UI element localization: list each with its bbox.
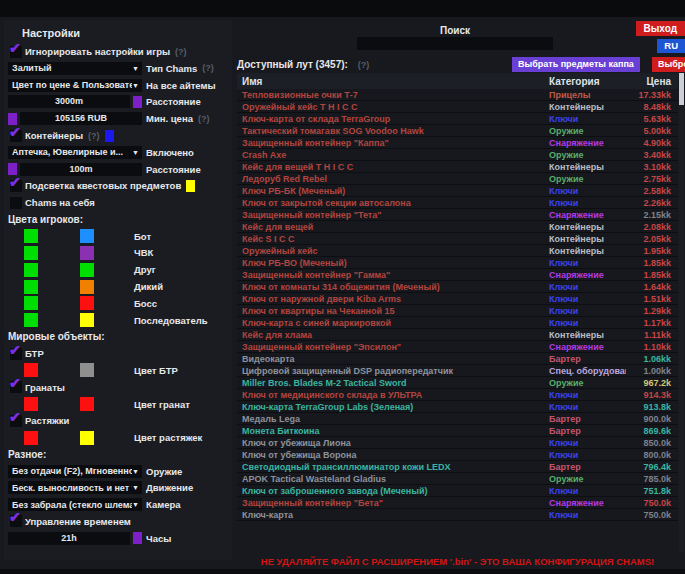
dropdown-select[interactable]: Залитый▼ — [8, 62, 142, 75]
color-swatch[interactable] — [80, 263, 94, 277]
item-price: 17.33kk — [626, 90, 678, 100]
loot-row[interactable]: Ключ от закрытой секции автосалонаКлючи2… — [237, 197, 678, 209]
color-swatch[interactable] — [24, 263, 38, 277]
color-swatch[interactable] — [133, 532, 142, 544]
color-swatch[interactable] — [80, 246, 94, 260]
loot-row[interactable]: Оружейный кейсКонтейнеры1.95kk — [237, 245, 678, 257]
item-name: Оружейный кейс T H I C C — [237, 102, 537, 112]
loot-row[interactable]: Ключ от комнаты 314 общежития (Меченый)К… — [237, 281, 678, 293]
loot-row[interactable]: Ключ от наружной двери Kiba ArmsКлючи1.5… — [237, 293, 678, 305]
loot-row[interactable]: Защищенный контейнер "Бета"Снаряжение750… — [237, 497, 678, 509]
search-label: Поиск — [357, 25, 553, 36]
loot-row[interactable]: Защищенный контейнер "Гамма"Снаряжение1.… — [237, 269, 678, 281]
loot-row[interactable]: Тепловизионные очки Т-7Прицелы17.33kk — [237, 89, 678, 101]
color-swatch[interactable] — [24, 431, 38, 445]
color-swatch[interactable] — [133, 96, 142, 108]
column-header-name[interactable]: Имя — [237, 76, 537, 87]
item-price: 967.2k — [626, 378, 678, 388]
dropdown-select[interactable]: Беск. выносливость и нет уста▼ — [8, 481, 142, 494]
dropdown-select[interactable]: Аптечка, Ювелирные и...▼ — [8, 146, 142, 159]
color-swatch[interactable] — [24, 246, 38, 260]
loot-row[interactable]: Кейс для вещейКонтейнеры2.08kk — [237, 221, 678, 233]
color-swatch[interactable] — [24, 397, 38, 411]
loot-row[interactable]: ВидеокартаБартер1.06kk — [237, 353, 678, 365]
color-swatch[interactable] — [80, 397, 94, 411]
text-input[interactable]: 100m — [20, 163, 142, 176]
setting-row: Цвет по цене & Пользователь▼На все айтем… — [8, 79, 232, 92]
color-swatch[interactable] — [80, 431, 94, 445]
color-swatch[interactable] — [105, 130, 114, 142]
dropdown-select[interactable]: Без забрала (стекло шлема)▼ — [8, 498, 142, 511]
color-swatch[interactable] — [80, 363, 94, 377]
checkbox[interactable]: ✔ — [10, 515, 22, 527]
color-swatch[interactable] — [24, 363, 38, 377]
color-swatch[interactable] — [24, 296, 38, 310]
checkbox[interactable]: ✔ — [10, 348, 22, 360]
checkbox[interactable] — [10, 197, 22, 209]
color-swatch[interactable] — [24, 280, 38, 294]
checkbox[interactable]: ✔ — [10, 381, 22, 393]
loot-row[interactable]: Ключ РБ-ВО (Меченый)Ключи1.85kk — [237, 257, 678, 269]
checkbox[interactable]: ✔ — [10, 180, 22, 192]
loot-row[interactable]: Ключ РБ-БК (Меченый)Ключи2.58kk — [237, 185, 678, 197]
item-price: 750.0k — [626, 498, 678, 508]
search-input[interactable] — [357, 37, 553, 50]
setting-label: Движение — [146, 482, 193, 493]
discard-all-button[interactable]: Выбросить все — [652, 57, 685, 72]
color-swatch[interactable] — [80, 296, 94, 310]
item-name: Ключ-карта от склада TerraGroup — [237, 114, 537, 124]
loot-row[interactable]: Crash AxeОружие3.40kk — [237, 149, 678, 161]
loot-row[interactable]: Защищенный контейнер "Тета"Снаряжение2.1… — [237, 209, 678, 221]
loot-row[interactable]: Оружейный кейс T H I C CКонтейнеры8.48kk — [237, 101, 678, 113]
item-price: 751.8k — [626, 486, 678, 496]
loot-row[interactable]: Кейс для вещей T H I C CКонтейнеры3.10kk — [237, 161, 678, 173]
loot-row[interactable]: Светодиодный трансиллюминатор кожи LEDXБ… — [237, 461, 678, 473]
column-header-category[interactable]: Категория — [537, 76, 626, 87]
loot-row[interactable]: Медаль LegaБартер900.0k — [237, 413, 678, 425]
loot-row[interactable]: Кейс S I C CКонтейнеры2.05kk — [237, 233, 678, 245]
loot-row[interactable]: Ключ от убежища ВоронаКлючи800.0k — [237, 449, 678, 461]
color-swatch[interactable] — [186, 180, 195, 192]
loot-row[interactable]: Ледоруб Red RebelОружие2.75kk — [237, 173, 678, 185]
loot-row[interactable]: Ключ-карта TerraGroup Labs (Зеленая)Ключ… — [237, 401, 678, 413]
language-button[interactable]: RU — [657, 39, 685, 53]
dropdown-select[interactable]: Цвет по цене & Пользователь▼ — [8, 79, 142, 92]
exit-button[interactable]: Выход — [636, 21, 685, 36]
loot-row[interactable]: Ключ от квартиры на Чеканной 15Ключи1.29… — [237, 305, 678, 317]
loot-row[interactable]: Монета БиткоинаБартер869.6k — [237, 425, 678, 437]
column-header-price[interactable]: Цена — [626, 76, 678, 87]
color-swatch[interactable] — [8, 113, 17, 125]
color-swatch[interactable] — [80, 313, 94, 327]
color-swatch[interactable] — [80, 229, 94, 243]
loot-row[interactable]: Защищенный контейнер "Каппа"Снаряжение4.… — [237, 137, 678, 149]
scrollbar[interactable] — [679, 73, 684, 552]
color-swatch[interactable] — [80, 280, 94, 294]
setting-row: ✔Контейнеры(?) — [8, 129, 232, 142]
loot-row[interactable]: Ключ от убежища ЛионаКлючи850.0k — [237, 437, 678, 449]
setting-label: Цвет растяжек — [134, 432, 202, 443]
loot-row[interactable]: APOK Tactical Wasteland GladiusОружие785… — [237, 473, 678, 485]
dropdown-select[interactable]: Без отдачи (F2), Мгновенное п▼ — [8, 465, 142, 478]
item-name: Кейс S I C C — [237, 234, 537, 244]
select-kappa-items-button[interactable]: Выбрать предметы каппа — [512, 57, 640, 72]
loot-row[interactable]: Защищенный контейнер "Эпсилон"Снаряжение… — [237, 341, 678, 353]
checkbox[interactable]: ✔ — [10, 130, 22, 142]
loot-row[interactable]: Тактический томагавк SOG Voodoo HawkОруж… — [237, 125, 678, 137]
text-input[interactable]: 3000m — [8, 95, 130, 108]
checkbox[interactable]: ✔ — [10, 415, 22, 427]
loot-row[interactable]: Кейс для хламаКонтейнеры1.11kk — [237, 329, 678, 341]
loot-row[interactable]: Ключ-карта с синей маркировкойКлючи1.17k… — [237, 317, 678, 329]
color-swatch[interactable] — [24, 229, 38, 243]
loot-row[interactable]: Ключ от медицинского склада в УЛЬТРАКлюч… — [237, 389, 678, 401]
setting-row: 3000mРасстояние — [8, 95, 232, 108]
text-input[interactable]: 105156 RUB — [20, 112, 142, 125]
loot-row[interactable]: Ключ-карта от склада TerraGroupКлючи5.63… — [237, 113, 678, 125]
scrollbar-thumb[interactable] — [679, 73, 684, 105]
loot-row[interactable]: Miller Bros. Blades M-2 Tactical SwordОр… — [237, 377, 678, 389]
checkbox[interactable]: ✔ — [10, 46, 22, 58]
loot-row[interactable]: Цифровой защищенный DSP радиопередатчикС… — [237, 365, 678, 377]
loot-row[interactable]: Ключ от заброшенного завода (Меченый)Клю… — [237, 485, 678, 497]
loot-row[interactable]: Ключ-картаКлючи750.0k — [237, 509, 678, 521]
color-swatch[interactable] — [24, 313, 38, 327]
text-input[interactable]: 21h — [8, 532, 130, 545]
